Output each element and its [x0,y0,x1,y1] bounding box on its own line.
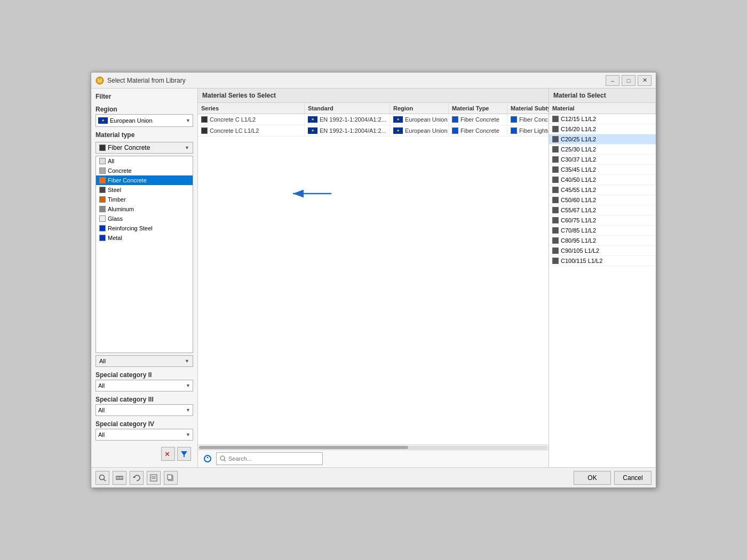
list-item[interactable]: C45/55 L1/L2 [549,185,656,195]
measure-button[interactable] [113,471,126,485]
material-color-icon [552,136,559,142]
main-dialog: M Select Material from Library – □ ✕ Fil… [91,72,656,488]
list-item[interactable]: C12/15 L1/L2 [549,114,656,124]
region-chevron-icon: ▼ [186,118,190,123]
material-col-header: Material [549,103,656,114]
region-dropdown-value: European Union [98,117,153,124]
maximize-button[interactable]: □ [622,75,635,86]
material-type-item-concrete[interactable]: Concrete [96,166,193,175]
delete-filter-button[interactable]: ✕ [161,447,175,461]
series-color-icon [201,127,208,134]
footer-bar: OK Cancel [91,467,656,487]
series-scrollbar[interactable] [198,444,549,450]
titlebar: M Select Material from Library – □ ✕ [91,73,656,89]
list-item[interactable]: C55/67 L1/L2 [549,205,656,215]
filter-button[interactable] [177,447,191,461]
list-item[interactable]: C16/20 L1/L2 [549,124,656,134]
list-item[interactable]: C80/95 L1/L2 [549,236,656,246]
dialog-icon: M [96,76,104,85]
timber-color-icon [99,196,106,203]
material-type-item-timber[interactable]: Timber [96,195,193,204]
special-cat-iv-dropdown[interactable]: All ▼ [96,429,193,441]
glass-color-icon [99,215,106,222]
search-footer-button[interactable] [96,471,109,485]
material-color-icon [552,237,559,244]
list-item[interactable]: C40/50 L1/L2 [549,175,656,185]
titlebar-controls: – □ ✕ [606,75,651,86]
list-button[interactable] [147,471,161,485]
aluminum-color-icon [99,206,106,212]
matsubtype-col-header: Material Subtype [507,103,549,114]
standard-flag-icon [308,116,317,123]
table-row[interactable]: Concrete C L1/L2 EN 1992-1-1:2004/A1:2..… [198,114,549,125]
close-button[interactable]: ✕ [638,75,651,86]
subtype-dropdown[interactable]: All ▼ [96,355,193,367]
list-item[interactable]: C25/30 L1/L2 [549,145,656,155]
material-color-icon [552,156,559,163]
svg-line-10 [104,479,106,481]
material-type-item-glass[interactable]: Glass [96,214,193,223]
material-type-value: Fiber Concrete [108,144,150,151]
search-input[interactable] [228,455,319,462]
material-type-chevron-icon: ▼ [185,145,189,150]
concrete-color-icon [99,167,106,174]
material-type-color-icon [99,145,106,151]
svg-rect-20 [168,475,172,479]
material-type-dropdown-header[interactable]: Fiber Concrete ▼ [96,142,193,154]
svg-text:M: M [98,78,102,84]
cancel-button[interactable]: Cancel [614,471,651,485]
filter-bottom-icons: ✕ [96,445,193,463]
region-dropdown[interactable]: European Union ▼ [96,114,193,127]
arrow-indicator [289,187,337,200]
search-box[interactable] [216,452,323,465]
matsubtype-cell: Fiber Lightweigh... [507,125,549,136]
material-type-item-fiber-concrete[interactable]: Fiber Concrete [96,175,193,185]
special-cat-ii-dropdown[interactable]: All ▼ [96,380,193,391]
list-item[interactable]: C90/105 L1/L2 [549,246,656,256]
mattype-color-icon [452,127,458,134]
copy-icon [167,474,174,482]
standard-col-header: Standard [305,103,390,114]
material-color-icon [552,126,559,132]
fiber-concrete-color-icon [99,177,106,183]
list-item[interactable]: C50/60 L1/L2 [549,195,656,205]
list-item[interactable]: C30/37 L1/L2 [549,155,656,165]
material-type-section: Material type Fiber Concrete ▼ All [96,131,193,367]
svg-point-7 [220,456,225,460]
special-cat-ii-chevron-icon: ▼ [186,383,190,388]
special-cat-iii-dropdown[interactable]: All ▼ [96,404,193,416]
region-cell: European Union [390,125,449,136]
series-col-header: Series [198,103,305,114]
series-panel-header: Material Series to Select [198,89,549,103]
list-item[interactable]: C35/45 L1/L2 [549,165,656,175]
material-select-panel: Material to Select Material C12/15 L1/L2… [549,89,656,467]
material-type-item-steel[interactable]: Steel [96,185,193,195]
content-area: Material Series to Select [198,89,656,467]
special-category-iv-section: Special category IV All ▼ [96,420,193,441]
content-main: Material Series to Select [198,89,656,467]
all-color-icon [99,158,106,164]
undo-button[interactable] [130,471,144,485]
list-item[interactable]: C60/75 L1/L2 [549,215,656,226]
ok-button[interactable]: OK [574,471,611,485]
table-row[interactable]: Concrete LC L1/L2 EN 1992-1-1:2004/A1:2.… [198,125,549,137]
material-type-item-all[interactable]: All [96,156,193,166]
copy-button[interactable] [164,471,178,485]
main-area: Filter Region European Union ▼ Material … [91,89,656,467]
mattype-cell: Fiber Concrete [449,125,507,136]
material-type-item-reinforcing-steel[interactable]: Reinforcing Steel [96,223,193,233]
filter-title: Filter [96,93,193,100]
region-flag-icon [393,116,403,123]
material-type-item-aluminum[interactable]: Aluminum [96,204,193,214]
list-item[interactable]: C100/115 L1/L2 [549,256,656,266]
material-type-item-metal[interactable]: Metal [96,233,193,243]
special-cat-ii-label: Special category II [96,371,193,379]
series-color-icon [201,116,208,123]
list-item[interactable]: C20/25 L1/L2 [549,134,656,145]
list-item[interactable]: C70/85 L1/L2 [549,226,656,236]
special-cat-iii-chevron-icon: ▼ [186,407,190,413]
minimize-button[interactable]: – [606,75,619,86]
refresh-icon [203,454,212,463]
mattype-col-header: Material Type [449,103,507,114]
series-panel: Material Series to Select [198,89,549,467]
